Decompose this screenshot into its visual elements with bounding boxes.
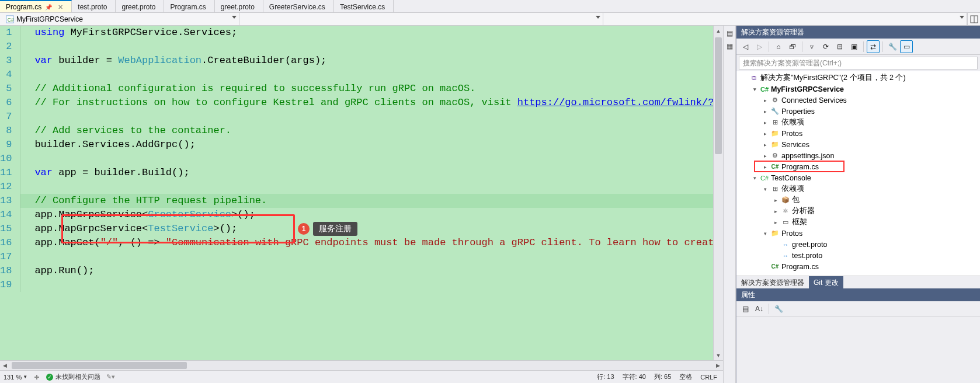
collapse-all-button[interactable]: ⊟ xyxy=(833,40,846,53)
preview-button[interactable]: ▭ xyxy=(900,40,913,53)
zoom-level[interactable]: 131 % ▼ xyxy=(4,374,27,381)
scroll-down-arrow[interactable]: ▼ xyxy=(714,350,723,360)
nav-member-dropdown[interactable] xyxy=(603,13,967,25)
document-tab[interactable]: TestService.cs xyxy=(334,0,394,12)
code-line[interactable]: // Add services to the container. xyxy=(20,124,723,138)
show-all-files-button[interactable]: ▣ xyxy=(847,40,860,53)
code-line[interactable]: app.MapGrpcService<GreeterService>(); xyxy=(20,208,723,222)
scroll-left-arrow[interactable]: ◀ xyxy=(0,361,10,370)
expander-icon[interactable]: ▾ xyxy=(762,186,769,192)
switch-views-button[interactable]: 🗗 xyxy=(786,40,799,53)
editor-horizontal-scrollbar[interactable]: ◀ ▶ xyxy=(0,360,723,370)
health-indicator-icon[interactable] xyxy=(33,374,40,381)
tool-well-button[interactable]: ▦ xyxy=(724,41,735,51)
forward-button[interactable]: ▷ xyxy=(753,40,766,53)
tree-item[interactable]: ▸C#Program.cs xyxy=(736,161,980,172)
code-area[interactable]: 1using MyFirstGRPCService.Services;2 3va… xyxy=(0,26,723,360)
code-line[interactable] xyxy=(20,110,723,124)
expander-icon[interactable]: ▸ xyxy=(762,164,769,170)
code-line[interactable]: app.Run(); xyxy=(20,264,723,278)
pin-icon[interactable]: 📌 xyxy=(45,4,52,11)
scroll-thumb[interactable] xyxy=(12,362,187,369)
home-button[interactable]: ⌂ xyxy=(772,40,785,53)
expander-icon[interactable]: ▸ xyxy=(762,131,769,137)
expander-icon[interactable]: ▸ xyxy=(762,109,769,114)
tree-item[interactable]: ▸▭框架 xyxy=(736,217,980,228)
tree-item[interactable]: ▸⚙Connected Services xyxy=(736,95,980,106)
split-editor-button[interactable] xyxy=(967,13,980,25)
filter-button[interactable]: ▿ xyxy=(805,40,818,53)
document-tab[interactable]: test.proto xyxy=(72,0,116,12)
code-line[interactable]: // Configure the HTTP request pipeline. xyxy=(20,194,723,208)
indent-mode[interactable]: 空格 xyxy=(679,372,692,381)
alphabetical-button[interactable]: A↓ xyxy=(753,302,766,315)
document-tab[interactable]: greet.proto xyxy=(215,0,263,12)
issues-indicator[interactable]: ✓ 未找到相关问题 xyxy=(46,372,100,381)
code-line[interactable] xyxy=(20,152,723,166)
line-ending[interactable]: CRLF xyxy=(700,374,717,381)
tree-item[interactable]: ↔greet.proto xyxy=(736,239,980,250)
code-line[interactable]: // Additional configuration is required … xyxy=(20,82,723,96)
tree-item[interactable]: ▸⚙appsettings.json xyxy=(736,150,980,161)
nav-scope-dropdown[interactable]: C# MyFirstGRPCService xyxy=(0,13,239,25)
tree-item[interactable]: ▸📁Protos xyxy=(736,128,980,139)
code-line[interactable]: var app = builder.Build(); xyxy=(20,166,723,180)
editor-vertical-scrollbar[interactable]: ▲ ▼ xyxy=(713,26,723,360)
expander-icon[interactable]: ▾ xyxy=(762,231,769,236)
code-line[interactable] xyxy=(20,68,723,82)
code-line[interactable]: using MyFirstGRPCService.Services; xyxy=(20,26,723,40)
property-pages-button[interactable]: 🔧 xyxy=(772,302,785,315)
code-line[interactable]: builder.Services.AddGrpc(); xyxy=(20,138,723,152)
tree-item[interactable]: ↔test.proto xyxy=(736,250,980,261)
code-line[interactable]: var builder = WebApplication.CreateBuild… xyxy=(20,54,723,68)
code-line[interactable]: app.MapGet("/", () => "Communication wit… xyxy=(20,236,723,250)
tree-item[interactable]: ▾C#MyFirstGRPCService xyxy=(736,83,980,95)
tree-item[interactable]: ▸📦包 xyxy=(736,194,980,206)
tool-well-button[interactable]: ▤ xyxy=(724,28,735,39)
tree-item[interactable]: C#Program.cs xyxy=(736,261,980,272)
tree-item[interactable]: ▾⊞依赖项 xyxy=(736,183,980,194)
code-line[interactable] xyxy=(20,278,723,292)
expander-icon[interactable]: ▸ xyxy=(762,153,769,159)
expander-icon[interactable]: ▾ xyxy=(751,175,758,181)
code-line[interactable]: // For instructions on how to configure … xyxy=(20,96,723,110)
document-tab[interactable]: GreeterService.cs xyxy=(263,0,334,12)
code-line[interactable] xyxy=(20,40,723,54)
properties-button[interactable]: 🔧 xyxy=(886,40,899,53)
back-button[interactable]: ◁ xyxy=(739,40,752,53)
code-line[interactable] xyxy=(20,250,723,264)
code-line[interactable]: app.MapGrpcService<TestService>(); xyxy=(20,222,723,236)
solution-search-input[interactable]: 搜索解决方案资源管理器(Ctrl+;) xyxy=(739,57,978,69)
panel-tab[interactable]: Git 更改 xyxy=(809,276,843,288)
panel-tab[interactable]: 解决方案资源管理器 xyxy=(736,276,809,288)
separator xyxy=(802,41,802,52)
expander-icon[interactable]: ▸ xyxy=(762,98,769,103)
tree-item[interactable]: ▸📁Services xyxy=(736,139,980,150)
track-active-item-button[interactable]: ⇄ xyxy=(867,40,880,53)
tree-item[interactable]: ⧉解决方案"MyFirstGRPC"(2 个项目，共 2 个) xyxy=(736,72,980,83)
tree-item[interactable]: ▸⚛分析器 xyxy=(736,206,980,217)
scroll-thumb[interactable] xyxy=(715,37,722,154)
screwdriver-icon[interactable]: ✎▾ xyxy=(106,373,115,381)
tree-item[interactable]: ▸🔧Properties xyxy=(736,106,980,117)
scroll-up-arrow[interactable]: ▲ xyxy=(714,26,723,36)
code-line[interactable] xyxy=(20,180,723,194)
expander-icon[interactable]: ▸ xyxy=(772,220,779,225)
tree-item[interactable]: ▾C#TestConsole xyxy=(736,172,980,183)
document-tab[interactable]: Program.cs📌✕ xyxy=(0,0,72,12)
expander-icon[interactable]: ▸ xyxy=(762,120,769,126)
categorized-button[interactable]: ▤ xyxy=(739,302,752,315)
tree-item[interactable]: ▾📁Protos xyxy=(736,228,980,239)
expander-icon[interactable]: ▸ xyxy=(762,142,769,148)
document-tab[interactable]: Program.cs xyxy=(164,0,214,12)
tree-item[interactable]: ▸⊞依赖项 xyxy=(736,117,980,128)
scroll-right-arrow[interactable]: ▶ xyxy=(713,361,723,370)
expander-icon[interactable]: ▸ xyxy=(772,197,779,203)
expander-icon[interactable]: ▸ xyxy=(772,208,779,214)
nav-type-dropdown[interactable] xyxy=(239,13,603,25)
expander-icon[interactable]: ▾ xyxy=(751,86,758,92)
document-tab[interactable]: greet.proto xyxy=(116,0,164,12)
solution-tree[interactable]: ⧉解决方案"MyFirstGRPC"(2 个项目，共 2 个)▾C#MyFirs… xyxy=(736,71,980,276)
sync-button[interactable]: ⟳ xyxy=(819,40,832,53)
close-icon[interactable]: ✕ xyxy=(58,4,63,11)
